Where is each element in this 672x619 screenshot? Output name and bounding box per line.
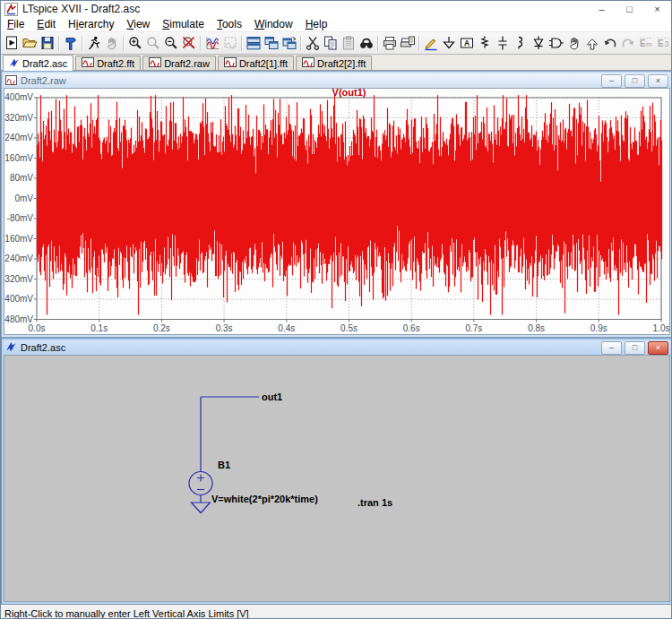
minimize-button[interactable]: – bbox=[601, 74, 622, 88]
find-icon[interactable] bbox=[358, 33, 375, 54]
tab-draft2-raw[interactable]: Draft2.raw bbox=[142, 56, 216, 70]
waveform-window-titlebar[interactable]: Draft2.raw –□× bbox=[4, 73, 670, 88]
cut-icon[interactable] bbox=[304, 33, 322, 54]
waveform-window-controls: –□× bbox=[601, 74, 668, 88]
open-icon[interactable] bbox=[21, 33, 39, 54]
x-tick-label: 0.9s bbox=[590, 323, 607, 333]
svg-text:E: E bbox=[658, 39, 664, 48]
status-text: Right-Click to manually enter Left Verti… bbox=[4, 608, 249, 619]
minimize-button[interactable]: – bbox=[601, 341, 622, 355]
minimize-button[interactable]: – bbox=[588, 1, 616, 17]
toolbar: AEmE3Aa.op bbox=[1, 32, 671, 55]
autorange-y-icon[interactable] bbox=[203, 33, 221, 54]
waveform-icon bbox=[224, 57, 237, 69]
waveform-window-icon bbox=[5, 75, 17, 87]
y-tick-label: -160mV bbox=[4, 234, 33, 244]
mdi-area: Draft2.raw –□× 400mV320mV240mV160mV80mV0… bbox=[1, 71, 671, 604]
paste-icon[interactable] bbox=[340, 33, 358, 54]
inductor-icon[interactable] bbox=[512, 33, 530, 54]
y-tick-label: 400mV bbox=[4, 92, 33, 102]
zoom-back-icon[interactable] bbox=[144, 33, 162, 54]
tab-draft2-1-fft[interactable]: Draft2[1].fft bbox=[218, 56, 294, 70]
y-tick-label: 320mV bbox=[4, 113, 33, 123]
tile-vertical-icon[interactable] bbox=[263, 33, 280, 54]
svg-text:A: A bbox=[464, 39, 470, 47]
svg-text:m: m bbox=[646, 40, 652, 48]
copy-icon[interactable] bbox=[322, 33, 340, 54]
run-icon[interactable] bbox=[85, 33, 103, 54]
print-icon[interactable] bbox=[381, 33, 399, 54]
zoom-in-icon[interactable] bbox=[126, 33, 144, 54]
schematic-svg[interactable]: out1 B1 V=white(2*pi*20k*time) .tran 1s bbox=[4, 356, 670, 602]
save-icon[interactable] bbox=[39, 33, 56, 54]
y-tick-label: 160mV bbox=[4, 153, 33, 163]
trace-label[interactable]: V(out1) bbox=[332, 89, 366, 98]
x-tick-label: 0.1s bbox=[90, 323, 108, 333]
tile-horizontal-icon[interactable] bbox=[245, 33, 263, 54]
schematic-icon bbox=[9, 57, 20, 70]
component-name-label[interactable]: B1 bbox=[218, 460, 230, 470]
toolbar-separator bbox=[300, 36, 302, 51]
halt-icon[interactable] bbox=[103, 33, 121, 54]
move-icon[interactable] bbox=[565, 33, 583, 54]
cascade-windows-icon[interactable] bbox=[280, 33, 298, 54]
zoom-out-icon[interactable] bbox=[162, 33, 180, 54]
component-icon[interactable] bbox=[547, 33, 565, 54]
menu-help[interactable]: Help bbox=[299, 18, 334, 30]
tab-label: Draft2[1].fft bbox=[239, 58, 288, 69]
restore-button[interactable]: □ bbox=[625, 74, 645, 88]
toolbar-separator bbox=[241, 36, 243, 51]
toolbar-separator bbox=[82, 36, 83, 51]
x-tick-label: 0.6s bbox=[403, 323, 420, 333]
capacitor-icon[interactable] bbox=[494, 33, 512, 54]
tab-draft2-2-fft[interactable]: Draft2[2].fft bbox=[296, 56, 372, 70]
waveform-window-title: Draft2.raw bbox=[21, 75, 66, 86]
rotate-icon[interactable]: E3 bbox=[655, 33, 672, 54]
close-button[interactable]: × bbox=[643, 1, 671, 17]
menu-window[interactable]: Window bbox=[248, 18, 299, 30]
spice-directive-label[interactable]: .tran 1s bbox=[358, 497, 392, 508]
waveform-plot[interactable]: 400mV320mV240mV160mV80mV0mV-80mV-160mV-2… bbox=[4, 88, 670, 335]
new-schematic-icon[interactable] bbox=[3, 33, 21, 54]
menu-hierarchy[interactable]: Hierarchy bbox=[62, 18, 120, 30]
drag-icon[interactable] bbox=[583, 33, 601, 54]
menu-simulate[interactable]: Simulate bbox=[156, 18, 211, 30]
close-button[interactable]: × bbox=[648, 74, 668, 88]
schematic-window-titlebar[interactable]: Draft2.asc –□× bbox=[4, 340, 670, 355]
y-tick-label: 0mV bbox=[14, 193, 33, 203]
tab-draft2-fft[interactable]: Draft2.fft bbox=[75, 56, 141, 70]
y-tick-label: -400mV bbox=[4, 294, 33, 304]
control-panel-icon[interactable] bbox=[62, 33, 80, 54]
print-preview-icon[interactable] bbox=[399, 33, 417, 54]
y-tick-label: 240mV bbox=[4, 133, 33, 142]
restore-button[interactable]: □ bbox=[625, 341, 645, 355]
tab-label: Draft2.fft bbox=[97, 58, 134, 69]
wire-icon[interactable] bbox=[422, 33, 440, 54]
net-label[interactable]: out1 bbox=[262, 391, 282, 402]
y-tick-label: -240mV bbox=[4, 254, 33, 263]
window-controls: –□× bbox=[588, 1, 671, 17]
schematic-canvas[interactable]: out1 B1 V=white(2*pi*20k*time) .tran 1s bbox=[4, 355, 670, 602]
diode-icon[interactable] bbox=[530, 33, 547, 54]
toolbar-separator bbox=[418, 36, 420, 51]
menu-file[interactable]: File bbox=[1, 18, 30, 30]
close-button[interactable]: × bbox=[648, 341, 668, 355]
resistor-icon[interactable] bbox=[476, 33, 494, 54]
window-titlebar: LTspice XVII - Draft2.asc –□× bbox=[1, 1, 671, 17]
menu-view[interactable]: View bbox=[120, 18, 156, 30]
ground-icon[interactable] bbox=[440, 33, 458, 54]
tab-draft2-asc[interactable]: Draft2.asc bbox=[3, 55, 73, 71]
mirror-icon[interactable]: Em bbox=[637, 33, 655, 54]
component-value-label[interactable]: V=white(2*pi*20k*time) bbox=[211, 494, 318, 504]
undo-icon[interactable] bbox=[601, 33, 619, 54]
label-net-icon[interactable]: A bbox=[458, 33, 476, 54]
x-tick-label: 0.2s bbox=[153, 323, 170, 333]
menu-edit[interactable]: Edit bbox=[30, 18, 62, 30]
plot-settings-icon[interactable] bbox=[221, 33, 239, 54]
maximize-button[interactable]: □ bbox=[616, 1, 643, 17]
zoom-full-extents-icon[interactable] bbox=[180, 33, 198, 54]
redo-icon[interactable] bbox=[619, 33, 637, 54]
menu-tools[interactable]: Tools bbox=[211, 18, 248, 30]
waveform-svg[interactable]: 400mV320mV240mV160mV80mV0mV-80mV-160mV-2… bbox=[4, 89, 670, 335]
x-tick-label: 1.0s bbox=[653, 323, 670, 333]
